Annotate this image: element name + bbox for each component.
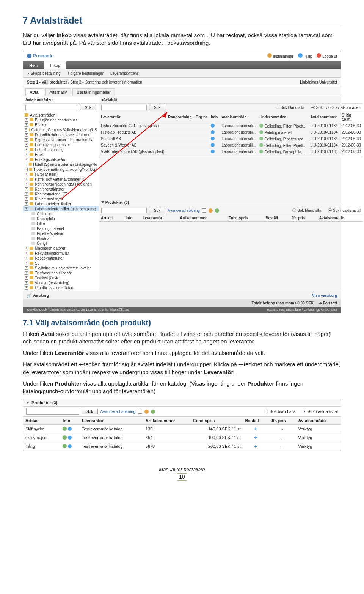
info-icon[interactable] <box>68 436 72 440</box>
col-header[interactable]: Info <box>124 215 141 222</box>
expand-icon[interactable]: + <box>25 257 28 260</box>
table-row[interactable]: Sarstedt ABLaboratorieutensili... Cellod… <box>99 136 363 142</box>
expand-icon[interactable]: + <box>25 178 28 181</box>
tree-subitem[interactable]: Övrigt <box>23 241 99 246</box>
tree-item[interactable]: +Laboratorieutensilier (glas och plast) <box>23 206 99 211</box>
expand-icon[interactable]: + <box>25 163 27 166</box>
radio-sok-valda[interactable]: Sök i valda avtalsområden <box>311 106 361 110</box>
col-header[interactable]: Artikelnummer <box>143 417 191 425</box>
filter2-icon[interactable] <box>215 208 219 213</box>
tree-item[interactable]: +Utanför avtalsområden <box>23 285 99 290</box>
col-header[interactable]: Artikel <box>99 215 124 222</box>
checkbox-icon[interactable] <box>202 208 206 213</box>
s2-radio-alla[interactable]: Sök bland alla <box>265 409 296 414</box>
magnify-icon[interactable] <box>259 137 263 140</box>
tree-item[interactable]: Avtalsområden <box>23 113 99 118</box>
info-icon[interactable] <box>211 130 215 134</box>
expand-icon[interactable]: + <box>25 183 28 186</box>
expand-icon[interactable]: + <box>25 252 28 255</box>
products-search-button[interactable]: Sök <box>149 208 165 213</box>
subtab-skapa[interactable]: ▸ Skapa beställning <box>28 71 61 76</box>
col-header[interactable]: Enhetspris <box>226 215 264 222</box>
filter2-icon[interactable] <box>151 410 155 414</box>
checkbox-icon[interactable] <box>138 410 142 414</box>
tab-hem[interactable]: Hem <box>23 61 44 69</box>
tree-subitem[interactable]: Drosophila <box>23 216 99 221</box>
tree-item[interactable]: +Verktyg (testkatalog) <box>23 280 99 285</box>
tree-item[interactable]: +Formgivningstjänster <box>23 142 99 147</box>
expand-icon[interactable]: + <box>25 197 28 201</box>
col-header[interactable]: Avtalsnummer <box>308 112 339 123</box>
expand-icon[interactable]: + <box>25 168 28 171</box>
tree-item[interactable]: +Catering, Campus Valla/Norrköping/US <box>23 128 99 132</box>
info-icon[interactable] <box>68 444 72 448</box>
info-icon[interactable] <box>68 427 72 431</box>
collapse-icon[interactable] <box>26 402 29 404</box>
help-link[interactable]: Hjälp <box>298 53 312 58</box>
expand-icon[interactable]: + <box>25 202 28 206</box>
table-row[interactable]: Skiftnyckel Testlevernatör katalog135145… <box>23 425 341 433</box>
tree-item[interactable]: +Datortillbehör och specialdatorer <box>23 132 99 137</box>
table-row[interactable]: Histolab Products ABLaboratorieutensili.… <box>99 129 363 136</box>
col-header[interactable]: Avtalsområde <box>296 417 341 425</box>
subtab-leverans[interactable]: Leveranskvittens <box>110 71 139 76</box>
tree-item[interactable]: +Kaffe- och vattenautomater (S) <box>23 177 99 182</box>
info-icon[interactable] <box>211 124 215 128</box>
cart-label[interactable]: 🛒 Varukorg <box>27 293 49 298</box>
s2-search-input[interactable] <box>26 408 79 415</box>
col-header[interactable]: Giltig t.o.m. <box>340 112 363 123</box>
col-header[interactable]: Leverantör <box>80 417 143 425</box>
filter-icon[interactable] <box>209 208 213 213</box>
col-header[interactable]: Underområden <box>257 112 308 123</box>
expand-icon[interactable]: + <box>25 276 28 280</box>
info-icon[interactable] <box>211 143 215 147</box>
expand-icon[interactable]: + <box>25 153 28 156</box>
tree-item[interactable]: +Hotell (S) andra orter än Linköping/No <box>23 162 99 167</box>
tab-inkop[interactable]: Inköp <box>44 61 66 69</box>
expand-icon[interactable]: + <box>25 173 28 176</box>
tree-item[interactable]: +Kontorsmateriel (S) <box>23 192 99 197</box>
expand-icon[interactable]: + <box>25 281 28 285</box>
info-icon[interactable] <box>211 137 215 140</box>
tree-item[interactable]: +Laboratoriekemikalier <box>23 202 99 206</box>
add-icon[interactable]: + <box>254 443 257 449</box>
filter-icon[interactable] <box>144 410 149 414</box>
expand-icon[interactable]: + <box>25 128 27 132</box>
tree-item[interactable]: +Hyrbilar (test) <box>23 172 99 177</box>
tree-subitem[interactable]: Cellodling <box>23 211 99 216</box>
supplier-search-input[interactable] <box>101 105 147 110</box>
tree-item[interactable]: +Fritextbeställning <box>23 147 99 152</box>
col-header[interactable]: Leverantör <box>141 215 178 222</box>
tree-subitem[interactable]: Plastror <box>23 236 99 241</box>
expand-icon[interactable]: + <box>25 271 28 275</box>
tree-subitem[interactable]: Patologimateriel <box>23 226 99 231</box>
tree-item[interactable]: +Telefoner och tillbehör <box>23 271 99 276</box>
radio-prod-valda[interactable]: Sök i valda avtal <box>328 208 361 213</box>
col-header[interactable]: Info <box>209 112 220 123</box>
magnify-icon[interactable] <box>259 143 263 147</box>
tree-item[interactable]: +Konferensanläggningar i regionen <box>23 182 99 187</box>
expand-icon[interactable]: + <box>25 192 28 196</box>
tree-item[interactable]: +Företagshälsovård <box>23 157 99 162</box>
tree-item[interactable]: +Macintosh-datorer <box>23 246 99 251</box>
col-header[interactable]: Rangordning <box>166 112 193 123</box>
collapse-icon[interactable] <box>101 201 104 203</box>
radio-prod-alla[interactable]: Sök bland alla <box>292 208 321 213</box>
col-header[interactable]: Beställ <box>243 417 268 425</box>
tree-item[interactable]: +Tryckeritjänster <box>23 276 99 280</box>
add-icon[interactable]: + <box>254 435 257 441</box>
col-header[interactable]: Enhetspris <box>191 417 243 425</box>
tree-item[interactable]: +Rekvisitionsformulär <box>23 251 99 256</box>
expand-icon[interactable]: + <box>25 286 28 290</box>
magnify-icon[interactable] <box>259 130 263 134</box>
expand-icon[interactable]: + <box>25 123 28 127</box>
col-header[interactable]: Beställ <box>264 215 289 222</box>
magnify-icon[interactable] <box>259 124 263 128</box>
continue-button[interactable]: ➔ Fortsätt <box>319 301 337 305</box>
expand-icon[interactable]: + <box>25 143 28 147</box>
expand-icon[interactable]: + <box>25 187 28 191</box>
col-header[interactable]: Avtalsområde <box>220 112 257 123</box>
tree-item[interactable]: +Hotellövernattning Linköping/Norrköpi <box>23 167 99 172</box>
radio-sok-alla[interactable]: Sök bland alla <box>276 106 304 110</box>
expand-icon[interactable]: + <box>25 138 28 142</box>
